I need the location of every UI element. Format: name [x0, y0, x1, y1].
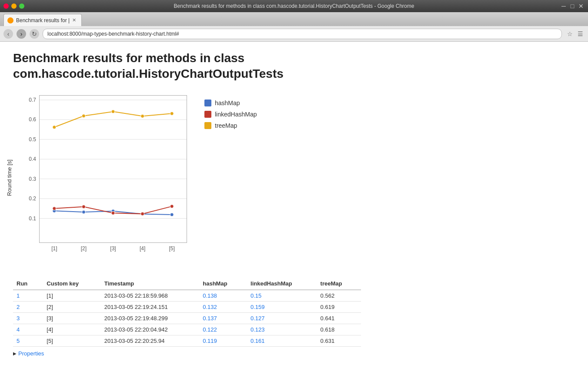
minimize-circle[interactable] [11, 3, 17, 9]
cell-run: 4 [13, 324, 43, 335]
table-row: 4 [4] 2013-03-05 22:20:04.942 0.122 0.12… [13, 324, 361, 335]
svg-text:0.2: 0.2 [29, 196, 36, 202]
bookmark-button[interactable]: ☆ [565, 30, 574, 38]
svg-text:0.3: 0.3 [29, 176, 36, 182]
cell-hashmap: 0.122 [199, 324, 247, 335]
legend-item-linkedhashmap: linkedHashMap [204, 111, 257, 118]
cell-timestamp: 2013-03-05 22:19:24.151 [101, 301, 200, 312]
legend-label-linkedhashmap: linkedHashMap [215, 111, 257, 118]
page-title: Benchmark results for methods in class c… [13, 50, 575, 82]
window-controls: ─ □ ✕ [560, 3, 585, 10]
svg-text:0.5: 0.5 [29, 136, 36, 143]
cell-treemap: 0.631 [317, 335, 361, 346]
legend-item-treemap: treeMap [204, 122, 257, 129]
cell-key: [2] [43, 301, 100, 312]
tab-favicon [7, 17, 13, 23]
svg-point-33 [170, 112, 174, 115]
cell-key: [1] [43, 290, 100, 302]
table-header-row: Run Custom key Timestamp hashMap linkedH… [13, 278, 361, 290]
active-tab[interactable]: Benchmark results for | ✕ [3, 14, 82, 26]
legend-swatch-linkedhashmap [204, 111, 211, 118]
cell-key: [4] [43, 324, 100, 335]
reload-button[interactable]: ↻ [30, 29, 39, 39]
legend-item-hashmap: hashMap [204, 100, 257, 106]
svg-text:0.7: 0.7 [29, 97, 36, 103]
tab-close-button[interactable]: ✕ [72, 17, 76, 23]
cell-key: [5] [43, 335, 100, 346]
col-linkedhashmap: linkedHashMap [247, 278, 317, 290]
page-content: Benchmark results for methods in class c… [0, 42, 588, 365]
svg-text:[4]: [4] [140, 246, 145, 252]
cell-hashmap: 0.119 [199, 335, 247, 346]
menu-button[interactable]: ☰ [576, 30, 585, 38]
cell-linkedhashmap: 0.127 [247, 312, 317, 324]
y-axis-label: Round time [s] [6, 159, 13, 196]
tab-label: Benchmark results for | [16, 17, 70, 23]
restore-button[interactable]: □ [569, 3, 576, 10]
cell-treemap: 0.562 [317, 290, 361, 302]
cell-linkedhashmap: 0.161 [247, 335, 317, 346]
svg-text:[2]: [2] [81, 246, 87, 252]
table-row: 1 [1] 2013-03-05 22:18:59.968 0.138 0.15… [13, 290, 361, 302]
properties-link[interactable]: Properties [18, 350, 44, 357]
legend-label-hashmap: hashMap [215, 100, 240, 106]
svg-point-26 [111, 211, 115, 215]
cell-timestamp: 2013-03-05 22:19:48.299 [101, 312, 200, 324]
col-treemap: treeMap [317, 278, 361, 290]
legend-swatch-hashmap [204, 100, 211, 106]
cell-hashmap: 0.132 [199, 301, 247, 312]
maximize-circle[interactable] [19, 3, 24, 9]
cell-linkedhashmap: 0.123 [247, 324, 317, 335]
svg-point-25 [82, 205, 85, 209]
table-row: 5 [5] 2013-03-05 22:20:25.94 0.119 0.161… [13, 335, 361, 346]
svg-text:0.1: 0.1 [29, 215, 36, 221]
svg-point-23 [170, 213, 174, 216]
table-row: 2 [2] 2013-03-05 22:19:24.151 0.132 0.15… [13, 301, 361, 312]
properties-triangle: ▶ [13, 351, 17, 356]
cell-run: 3 [13, 312, 43, 324]
cell-timestamp: 2013-03-05 22:20:04.942 [101, 324, 200, 335]
svg-point-24 [53, 207, 56, 210]
cell-hashmap: 0.138 [199, 290, 247, 302]
svg-text:[1]: [1] [51, 246, 57, 252]
svg-point-32 [141, 114, 144, 118]
svg-point-30 [82, 114, 85, 118]
cell-timestamp: 2013-03-05 22:20:25.94 [101, 335, 200, 346]
col-timestamp: Timestamp [101, 278, 200, 290]
cell-linkedhashmap: 0.15 [247, 290, 317, 302]
cell-key: [3] [43, 312, 100, 324]
svg-point-20 [82, 210, 85, 214]
cell-treemap: 0.619 [317, 301, 361, 312]
cell-run: 5 [13, 335, 43, 346]
col-hashmap: hashMap [199, 278, 247, 290]
cell-linkedhashmap: 0.159 [247, 301, 317, 312]
cell-run: 2 [13, 301, 43, 312]
cell-treemap: 0.641 [317, 312, 361, 324]
data-table: Run Custom key Timestamp hashMap linkedH… [13, 278, 361, 347]
chart-section: Round time [s] 0.10.20.30.40.50.60.7[1][… [13, 91, 575, 265]
cell-treemap: 0.618 [317, 324, 361, 335]
nav-icons: ☆ ☰ [565, 30, 585, 38]
table-body: 1 [1] 2013-03-05 22:18:59.968 0.138 0.15… [13, 290, 361, 347]
table-row: 3 [3] 2013-03-05 22:19:48.299 0.137 0.12… [13, 312, 361, 324]
tab-bar: Benchmark results for | ✕ [0, 12, 588, 26]
svg-point-29 [53, 125, 56, 129]
address-input[interactable] [43, 29, 562, 39]
close-button[interactable]: ✕ [578, 3, 585, 10]
cell-hashmap: 0.137 [199, 312, 247, 324]
svg-point-31 [111, 110, 115, 113]
cell-timestamp: 2013-03-05 22:18:59.968 [101, 290, 200, 302]
close-circle[interactable] [3, 3, 9, 9]
minimize-button[interactable]: ─ [560, 3, 567, 10]
svg-point-28 [170, 205, 174, 208]
chart-legend: hashMap linkedHashMap treeMap [204, 91, 257, 129]
col-custom-key: Custom key [43, 278, 100, 290]
properties-row: ▶ Properties [13, 350, 575, 357]
chart-area: 0.10.20.30.40.50.60.7[1][2][3][4][5] [39, 95, 187, 243]
svg-text:0.4: 0.4 [29, 156, 36, 162]
forward-button[interactable]: › [17, 29, 26, 39]
back-button[interactable]: ‹ [3, 29, 13, 39]
col-run: Run [13, 278, 43, 290]
legend-label-treemap: treeMap [215, 122, 237, 129]
cell-run: 1 [13, 290, 43, 302]
